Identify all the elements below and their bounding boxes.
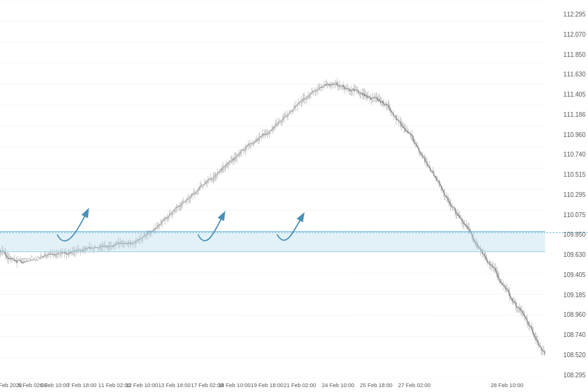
price-chart [0, 0, 545, 379]
price-tick: 108.520 [548, 352, 586, 358]
price-axis: 112.295112.070111.850111.630111.405111.1… [545, 0, 588, 392]
support-zone [0, 231, 545, 252]
price-tick: 109.630 [548, 251, 586, 258]
time-axis: 3 Feb 20205 Feb 02:006 Feb 10:007 Feb 18… [0, 379, 545, 392]
time-tick: 12 Feb 10:00 [125, 382, 158, 388]
time-tick: 21 Feb 02:00 [284, 382, 316, 388]
time-tick: 7 Feb 18:00 [67, 382, 97, 388]
time-tick: 28 Feb 10:00 [491, 382, 523, 388]
price-tick: 111.850 [548, 51, 586, 58]
time-tick: 24 Feb 10:00 [322, 382, 354, 388]
price-tick: 109.850 [548, 231, 586, 238]
canvas-area [0, 0, 545, 379]
price-tick: 109.405 [548, 272, 586, 278]
time-tick: 6 Feb 10:00 [40, 382, 69, 388]
chart-container: 112.295112.070111.850111.630111.405111.1… [0, 0, 588, 392]
time-tick: 19 Feb 18:00 [251, 382, 283, 388]
support-dashed-line [0, 232, 588, 233]
price-tick: 110.960 [548, 131, 586, 138]
time-tick: 18 Feb 10:00 [218, 382, 251, 388]
price-tick: 112.295 [548, 11, 586, 18]
price-tick: 108.295 [548, 372, 586, 379]
price-tick: 111.405 [548, 91, 586, 98]
time-tick: 13 Feb 18:00 [158, 382, 191, 388]
price-tick: 111.186 [548, 111, 586, 118]
time-tick: 25 Feb 18:00 [360, 382, 392, 388]
price-tick: 110.740 [548, 151, 586, 158]
price-tick: 110.075 [548, 212, 586, 218]
price-tick: 108.740 [548, 331, 586, 338]
time-tick: 27 Feb 02:00 [398, 382, 431, 388]
price-tick: 109.185 [548, 292, 586, 298]
price-tick: 110.295 [548, 191, 586, 198]
price-tick: 111.630 [548, 71, 586, 78]
price-tick: 110.515 [548, 171, 586, 178]
price-tick: 108.960 [548, 311, 586, 318]
price-tick: 112.070 [548, 31, 586, 38]
